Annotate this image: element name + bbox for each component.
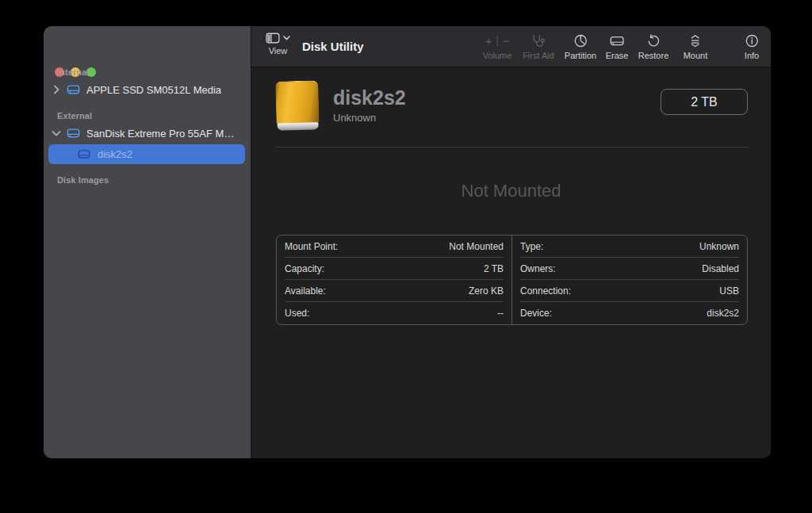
chevron-down-icon[interactable] [48,130,64,136]
detail-row-type: Type: Unknown [520,235,739,258]
stethoscope-icon [523,32,554,49]
header-divider [276,147,748,147]
detail-row-device: Device: disk2s2 [520,302,739,324]
detail-value: Unknown [699,241,739,252]
toolbar-info-button[interactable]: Info [745,32,759,60]
disk-name-heading: disk2s2 [333,86,406,109]
toolbar-button-label: Volume [483,51,512,60]
sidebar-section-internal: Internal [57,67,90,77]
toolbar-button-label: First Aid [523,51,554,60]
info-circle-icon [745,32,759,49]
sidebar-section-external: External [57,111,92,121]
sidebar: Internal APPLE SSD SM0512L Media Externa… [44,26,251,458]
details-left-column: Mount Point: Not Mounted Capacity: 2 TB … [277,235,511,324]
detail-value: Zero KB [469,285,504,297]
detail-label: Type: [520,241,543,252]
toolbar-mount-button[interactable]: Mount [684,32,708,60]
detail-row-capacity: Capacity: 2 TB [285,258,504,280]
sidebar-item-label: SanDisk Extreme Pro 55AF M… [86,128,234,140]
toolbar-button-label: Info [745,51,759,60]
disk-details-table: Mount Point: Not Mounted Capacity: 2 TB … [276,235,748,325]
chevron-right-icon[interactable] [48,85,64,94]
detail-row-connection: Connection: USB [520,280,739,302]
detail-row-used: Used: -- [285,302,504,324]
detail-label: Used: [285,308,309,319]
detail-value: disk2s2 [707,308,739,319]
detail-label: Device: [520,308,552,319]
detail-label: Capacity: [285,263,324,274]
sidebar-section-disk-images: Disk Images [57,175,109,185]
toolbar-button-label: Erase [606,51,629,60]
toolbar-partition-button[interactable]: Partition [565,32,596,60]
detail-value: 2 TB [484,263,504,274]
detail-row-available: Available: Zero KB [285,280,504,302]
sidebar-item-label: APPLE SSD SM0512L Media [86,84,221,96]
view-button[interactable]: View [266,33,290,56]
detail-row-owners: Owners: Disabled [520,258,739,280]
toolbar-button-label: Partition [565,51,596,60]
detail-row-mount-point: Mount Point: Not Mounted [285,235,504,258]
mount-status-text: Not Mounted [251,181,771,201]
toolbar-first-aid-button[interactable]: First Aid [523,32,554,60]
view-button-label: View [266,46,290,56]
restore-arrow-icon [638,32,669,49]
main-panel: View Disk Utility +− Volume First Aid [251,26,771,458]
toolbar-erase-button[interactable]: Erase [606,32,629,60]
sidebar-toggle-icon [266,33,280,44]
toolbar-volume-button[interactable]: +− Volume [483,32,512,60]
content-area: disk2s2 Unknown 2 TB Not Mounted Mount P… [251,67,771,458]
detail-label: Mount Point: [285,241,338,252]
disk-utility-window: Internal APPLE SSD SM0512L Media Externa… [44,26,771,458]
chevron-down-icon [283,36,290,40]
erase-drive-icon [606,32,629,49]
detail-value: Not Mounted [449,241,504,252]
sidebar-item-sandisk[interactable]: SanDisk Extreme Pro 55AF M… [48,124,245,143]
sidebar-item-disk2s2-selected[interactable]: disk2s2 [48,144,245,164]
gold-external-drive-icon [275,80,320,130]
internal-drive-icon [64,84,82,95]
detail-label: Available: [285,285,326,297]
toolbar-button-label: Mount [684,51,708,60]
external-drive-icon [64,128,82,139]
disk-format-subtitle: Unknown [333,112,406,124]
sidebar-item-apple-ssd[interactable]: APPLE SSD SM0512L Media [48,80,245,99]
detail-value: USB [719,285,739,297]
mount-stack-icon [684,32,708,49]
toolbar: View Disk Utility +− Volume First Aid [251,26,771,67]
pie-chart-icon [565,32,596,49]
detail-label: Connection: [520,285,571,297]
detail-value: Disabled [702,263,739,274]
toolbar-button-label: Restore [638,51,669,60]
sidebar-item-label: disk2s2 [98,148,132,160]
window-title: Disk Utility [302,40,364,53]
volume-icon [75,149,93,159]
details-right-column: Type: Unknown Owners: Disabled Connectio… [511,235,747,324]
disk-size-button[interactable]: 2 TB [661,89,748,115]
detail-label: Owners: [520,263,556,274]
detail-value: -- [497,308,504,319]
toolbar-restore-button[interactable]: Restore [638,32,669,60]
plus-minus-icon: +− [483,32,512,49]
